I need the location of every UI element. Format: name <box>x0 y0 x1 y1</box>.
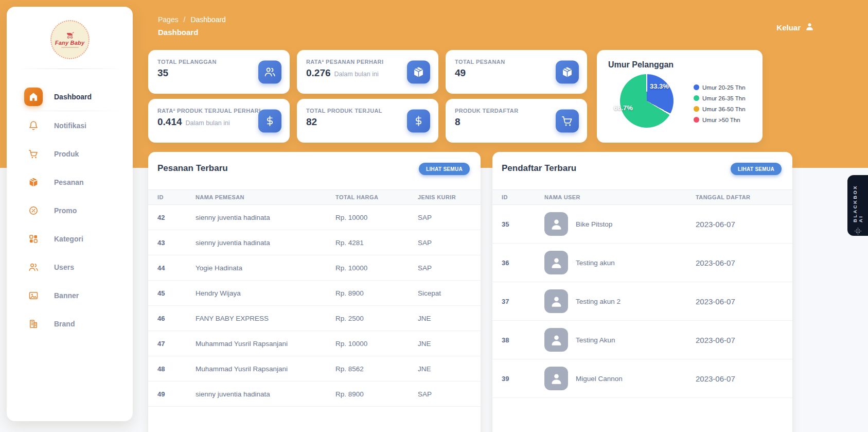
sidebar-item-label: Produk <box>54 150 79 158</box>
order-name: FANY BABY EXPRESS <box>196 306 335 331</box>
registrant-date: 2023-06-07 <box>696 205 792 244</box>
building-icon <box>24 315 43 333</box>
registrant-date: 2023-06-07 <box>696 244 792 282</box>
registrant-user: Testing akun 2 <box>544 282 696 321</box>
order-name: Muhammad Yusril Rapsanjani <box>196 356 335 382</box>
orders-view-all-button[interactable]: LIHAT SEMUA <box>419 163 470 175</box>
order-total: Rp. 2500 <box>335 306 418 331</box>
blackbox-tab[interactable]: BLACKBOX AI <box>847 175 868 236</box>
order-total: Rp. 8562 <box>335 356 418 382</box>
box-icon <box>24 173 43 192</box>
sidebar-item-brand[interactable]: Brand <box>7 309 133 338</box>
legend-item: Umur 20-25 Thn <box>694 82 746 93</box>
brand-logo: Fany Baby <box>50 20 90 59</box>
sidebar-item-dashboard[interactable]: Dashboard <box>7 82 133 111</box>
registrants-card: Pendaftar Terbaru LIHAT SEMUA IDNAMA USE… <box>492 152 792 432</box>
registrants-card-header: Pendaftar Terbaru LIHAT SEMUA <box>492 152 792 189</box>
sidebar-item-label: Dashboard <box>54 93 92 101</box>
registrant-user: Testing akun <box>544 244 696 282</box>
order-name: Hendry Wijaya <box>196 281 335 306</box>
registrant-name: Testing Akun <box>576 336 615 344</box>
order-row: 47Muhammad Yusril RapsanjaniRp. 10000JNE <box>148 331 481 356</box>
orders-table-header: IDNAMA PEMESANTOTAL HARGAJENIS KURIR <box>148 190 481 205</box>
users-icon <box>258 60 281 83</box>
sidebar-item-label: Brand <box>54 320 75 328</box>
sidebar-item-banner[interactable]: Banner <box>7 281 133 309</box>
sidebar-item-kategori[interactable]: Kategori <box>7 224 133 253</box>
sidebar-item-label: Promo <box>54 206 77 215</box>
order-row: 49sienny juventia hadinataRp. 8900SAP <box>148 382 481 407</box>
pram-icon <box>66 32 74 39</box>
registrant-date: 2023-06-07 <box>696 359 792 398</box>
logout-label: Keluar <box>776 23 801 32</box>
registrant-id: 35 <box>492 205 544 244</box>
sparkle-icon <box>854 227 862 236</box>
sidebar-item-pesanan[interactable]: Pesanan <box>7 168 133 196</box>
blackbox-label: BLACKBOX AI <box>852 175 863 222</box>
order-total: Rp. 8900 <box>335 382 418 407</box>
order-id: 46 <box>148 306 196 331</box>
legend-label: Umur 20-25 Thn <box>702 84 746 91</box>
stat-card-total-produk-terjual: TOTAL PRODUK TERJUAL82 <box>297 99 438 143</box>
stat-note: Dalam bulan ini <box>334 71 379 78</box>
image-icon <box>24 286 43 305</box>
registrant-name: Bike Pitstop <box>576 220 612 228</box>
stat-value: 0.414 <box>157 116 182 128</box>
order-courier: JNE <box>418 306 481 331</box>
orders-table: IDNAMA PEMESANTOTAL HARGAJENIS KURIR 42s… <box>148 189 481 407</box>
order-total: Rp. 10000 <box>335 255 418 281</box>
orders-card-header: Pesanan Terbaru LIHAT SEMUA <box>148 152 481 189</box>
sidebar-item-promo[interactable]: Promo <box>7 196 133 224</box>
order-total: Rp. 10000 <box>335 205 418 230</box>
order-name: sienny juventia hadinata <box>196 205 335 230</box>
sidebar: Fany Baby DashboardNotifikasiProdukPesan… <box>7 7 133 421</box>
order-courier: SAP <box>418 255 481 281</box>
column-header-total-harga: TOTAL HARGA <box>335 190 418 205</box>
stats-grid: TOTAL PELANGGAN35RATA² PESANAN PERHARI0.… <box>148 50 587 143</box>
box-icon <box>407 60 430 83</box>
orders-card: Pesanan Terbaru LIHAT SEMUA IDNAMA PEMES… <box>148 152 481 432</box>
order-name: Muhammad Yusril Rapsanjani <box>196 331 335 356</box>
avatar <box>544 251 568 274</box>
cart-icon <box>556 109 579 132</box>
stat-value: 0.276 <box>306 67 331 79</box>
legend-label: Umur 26-35 Thn <box>702 95 746 101</box>
order-row: 43sienny juventia hadinataRp. 4281SAP <box>148 230 481 255</box>
registrant-id: 38 <box>492 321 544 359</box>
registrant-row: 35Bike Pitstop2023-06-07 <box>492 205 792 244</box>
legend-label: Umur >50 Thn <box>702 117 740 123</box>
order-id: 48 <box>148 356 196 382</box>
order-row: 45Hendry WijayaRp. 8900Sicepat <box>148 281 481 306</box>
brand-logo-text: Fany Baby <box>55 40 84 46</box>
age-pie-chart: 33.3%66.7% <box>620 74 674 128</box>
pie-slice-label: 66.7% <box>614 104 633 112</box>
order-id: 47 <box>148 331 196 356</box>
registrant-name: Testing akun <box>576 259 615 267</box>
sidebar-item-users[interactable]: Users <box>7 253 133 281</box>
sidebar-item-notifikasi[interactable]: Notifikasi <box>7 111 133 140</box>
stat-card-produk-terdaftar: PRODUK TERDAFTAR8 <box>446 99 587 143</box>
legend-dot <box>694 95 699 101</box>
logout-button[interactable]: Keluar <box>776 22 814 33</box>
dashboard-page: Fany Baby DashboardNotifikasiProdukPesan… <box>0 0 868 432</box>
order-row: 48Muhammad Yusril RapsanjaniRp. 8562JNE <box>148 356 481 382</box>
stat-card-rata-produk-terjual-perhari: RATA² PRODUK TERJUAL PERHARI0.414Dalam b… <box>148 99 290 143</box>
registrant-id: 39 <box>492 359 544 398</box>
stat-value: 8 <box>455 116 460 128</box>
registrants-view-all-button[interactable]: LIHAT SEMUA <box>731 163 782 175</box>
legend-item: Umur >50 Thn <box>694 114 746 125</box>
order-courier: SAP <box>418 205 481 230</box>
sidebar-item-label: Notifikasi <box>54 122 86 130</box>
registrant-row: 39Miguel Cannon2023-06-07 <box>492 359 792 398</box>
grid-icon <box>24 230 43 248</box>
column-header-id: ID <box>148 190 196 205</box>
sidebar-item-produk[interactable]: Produk <box>7 140 133 168</box>
order-total: Rp. 10000 <box>335 331 418 356</box>
registrants-table: IDNAMA USERTANGGAL DAFTAR 35Bike Pitstop… <box>492 189 792 398</box>
order-total: Rp. 4281 <box>335 230 418 255</box>
breadcrumb-pages[interactable]: Pages <box>158 15 179 24</box>
column-header-nama-user: NAMA USER <box>544 190 696 205</box>
order-courier: Sicepat <box>418 281 481 306</box>
age-chart-card: Umur Pelanggan 33.3%66.7% Umur 20-25 Thn… <box>597 50 763 143</box>
registrant-user: Miguel Cannon <box>544 359 696 398</box>
